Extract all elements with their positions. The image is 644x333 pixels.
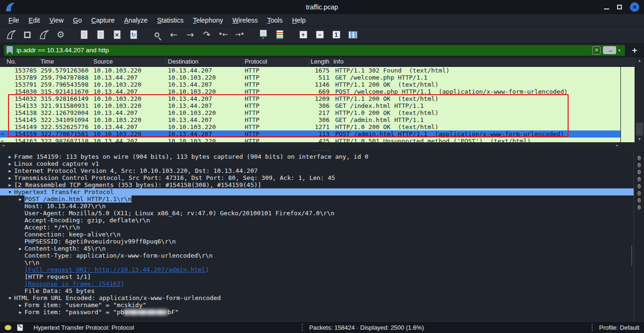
scroll-down-icon[interactable]: ▼ bbox=[635, 136, 644, 142]
packet-row-154145[interactable]: 154145322.34109109410.10.103.22010.13.44… bbox=[0, 116, 620, 123]
detail-line-20[interactable]: ▼HTML Form URL Encoded: application/x-ww… bbox=[0, 294, 634, 301]
close-button[interactable]: ✕ bbox=[630, 2, 639, 12]
collapse-arrow-icon[interactable]: ▶ bbox=[6, 176, 14, 180]
capture-comment-icon[interactable] bbox=[17, 324, 23, 331]
packet-row-154032[interactable]: 154032315.92816614910.10.103.22010.13.44… bbox=[0, 95, 620, 102]
scroll-right-icon[interactable]: ► bbox=[614, 142, 620, 148]
column-header-no[interactable]: No. bbox=[0, 57, 39, 66]
detail-line-1[interactable]: ▶Linux cooked capture v1 bbox=[0, 160, 634, 167]
menu-wireless[interactable]: Wireless bbox=[228, 15, 263, 25]
detail-line-2[interactable]: ▶Internet Protocol Version 4, Src: 10.10… bbox=[0, 167, 634, 174]
filter-bookmark-icon[interactable] bbox=[7, 46, 13, 54]
menu-tools[interactable]: Tools bbox=[263, 15, 288, 25]
menu-analyze[interactable]: Analyze bbox=[119, 15, 152, 25]
go-first-packet-icon[interactable]: •← bbox=[216, 28, 230, 41]
menu-view[interactable]: View bbox=[45, 15, 68, 25]
packet-list-vscrollbar[interactable]: ▲ ▼ bbox=[635, 57, 644, 142]
packet-row-154163[interactable]: ←154163322.98768711810.13.44.20710.10.10… bbox=[0, 138, 620, 142]
intelligent-scrollbar-minimap[interactable] bbox=[620, 67, 635, 142]
stop-capture-icon[interactable] bbox=[20, 28, 34, 41]
pane-splitter[interactable]: ······ bbox=[0, 148, 644, 152]
restart-capture-icon[interactable] bbox=[37, 28, 51, 41]
menu-help[interactable]: Help bbox=[287, 15, 310, 25]
open-file-icon[interactable] bbox=[77, 28, 91, 41]
detail-line-3[interactable]: ▶Transmission Control Protocol, Src Port… bbox=[0, 174, 634, 181]
collapse-arrow-icon[interactable]: ▶ bbox=[6, 169, 14, 173]
column-header-time[interactable]: Time bbox=[39, 57, 91, 66]
filter-expression[interactable]: ip.addr == 10.13.44.207 and http bbox=[17, 47, 592, 54]
detail-line-22[interactable]: ▶Form item: "password" = "pbbF" bbox=[0, 309, 634, 316]
filter-clear-icon[interactable]: ✕ bbox=[592, 46, 601, 55]
detail-line-5[interactable]: ▼Hypertext Transfer Protocol bbox=[0, 188, 634, 195]
column-header-source[interactable]: Source bbox=[91, 57, 166, 66]
close-file-icon[interactable]: × bbox=[110, 28, 124, 41]
scroll-up-icon[interactable]: ▲ bbox=[635, 57, 644, 64]
packet-row-153789[interactable]: 153789259.79478788810.13.44.20710.10.103… bbox=[0, 74, 620, 81]
detail-line-18[interactable]: [Response in frame: 154163] bbox=[0, 280, 634, 287]
detail-link[interactable]: [Full request URI: http://10.13.44.207/a… bbox=[25, 266, 209, 273]
packet-row-154030[interactable]: 154030315.92141167010.13.44.20710.10.103… bbox=[0, 88, 620, 95]
menu-go[interactable]: Go bbox=[68, 15, 87, 25]
detail-line-6[interactable]: ▶POST /admin.html HTTP/1.1\r\n bbox=[0, 195, 634, 203]
detail-line-0[interactable]: ▶Frame 154159: 113 bytes on wire (904 bi… bbox=[0, 153, 634, 160]
detail-line-4[interactable]: ▶[2 Reassembled TCP Segments (353 bytes)… bbox=[0, 181, 634, 188]
menu-statistics[interactable]: Statistics bbox=[152, 15, 188, 25]
reload-file-icon[interactable]: ↻ bbox=[126, 28, 140, 41]
maximize-button[interactable] bbox=[617, 5, 622, 9]
column-header-length[interactable]: Length bbox=[309, 57, 331, 66]
column-header-protocol[interactable]: Protocol bbox=[243, 57, 309, 66]
go-forward-icon[interactable]: → bbox=[183, 28, 197, 41]
display-filter-input[interactable]: ip.addr == 10.13.44.207 and http ✕ → ▾ bbox=[4, 45, 625, 56]
go-to-packet-icon[interactable]: ↷ bbox=[199, 28, 214, 41]
go-last-packet-icon[interactable]: →• bbox=[232, 28, 247, 41]
menu-edit[interactable]: Edit bbox=[24, 15, 45, 25]
collapse-arrow-icon[interactable]: ▶ bbox=[6, 162, 14, 166]
expand-arrow-icon[interactable]: ▼ bbox=[6, 190, 14, 195]
detail-line-17[interactable]: [HTTP request 1/1] bbox=[0, 273, 634, 280]
collapse-arrow-icon[interactable]: ▶ bbox=[16, 246, 25, 251]
detail-line-10[interactable]: Accept: */*\r\n bbox=[0, 224, 634, 231]
packet-row-153791[interactable]: 153791259.79654359810.10.103.22010.13.44… bbox=[0, 81, 620, 88]
detail-line-19[interactable]: File Data: 45 bytes bbox=[0, 287, 634, 294]
packet-row-154138[interactable]: 154138322.12679200410.13.44.20710.10.103… bbox=[0, 109, 620, 116]
column-header-info[interactable]: Info bbox=[331, 57, 635, 66]
detail-line-13[interactable]: ▶Content-Length: 45\r\n bbox=[0, 245, 634, 252]
coloring-rules-icon[interactable] bbox=[272, 28, 287, 41]
find-packet-icon[interactable] bbox=[150, 28, 164, 41]
packet-row-154149[interactable]: 154149322.55262577610.13.44.20710.10.103… bbox=[0, 123, 620, 130]
go-back-icon[interactable]: ← bbox=[166, 28, 181, 41]
zoom-out-icon[interactable]: − bbox=[313, 28, 327, 41]
expand-arrow-icon[interactable]: ▼ bbox=[6, 296, 14, 301]
resize-columns-icon[interactable] bbox=[346, 28, 360, 41]
detail-line-14[interactable]: Content-Type: application/x-www-form-url… bbox=[0, 252, 634, 259]
colorize-packets-icon[interactable]: ▼ bbox=[256, 28, 270, 41]
detail-line-11[interactable]: Connection: keep-alive\r\n bbox=[0, 231, 634, 238]
scroll-left-icon[interactable]: ◄ bbox=[0, 142, 6, 148]
filter-apply-icon[interactable]: → bbox=[603, 46, 616, 54]
collapse-arrow-icon[interactable]: ▶ bbox=[16, 197, 25, 202]
collapse-arrow-icon[interactable]: ▶ bbox=[16, 310, 25, 315]
packet-row-153785[interactable]: 153785259.57912636010.10.103.22010.13.44… bbox=[0, 67, 620, 74]
zoom-original-icon[interactable]: 1 bbox=[329, 28, 343, 41]
detail-line-8[interactable]: User-Agent: Mozilla/5.0 (X11; Linux x86_… bbox=[0, 210, 634, 217]
profile-text[interactable]: Profile: Default bbox=[599, 324, 639, 331]
collapse-arrow-icon[interactable]: ▶ bbox=[16, 303, 25, 308]
filter-add-button[interactable]: + bbox=[629, 45, 640, 56]
detail-line-7[interactable]: Host: 10.13.44.207\r\n bbox=[0, 203, 634, 210]
packet-row-154159[interactable]: →154159322.77067158110.10.103.22010.13.4… bbox=[0, 130, 620, 138]
menu-telephony[interactable]: Telephony bbox=[188, 15, 228, 25]
collapse-arrow-icon[interactable]: ▶ bbox=[6, 154, 14, 159]
collapse-arrow-icon[interactable]: ▶ bbox=[6, 183, 14, 187]
detail-line-15[interactable]: \r\n bbox=[0, 259, 634, 266]
capture-options-icon[interactable]: ⚙ bbox=[53, 28, 67, 41]
detail-line-16[interactable]: [Full request URI: http://10.13.44.207/a… bbox=[0, 266, 634, 273]
save-file-icon[interactable] bbox=[93, 28, 107, 41]
menu-capture[interactable]: Capture bbox=[87, 15, 120, 25]
minimize-button[interactable] bbox=[604, 8, 609, 9]
bytes-splitter-handle[interactable] bbox=[631, 246, 632, 266]
detail-link[interactable]: [Response in frame: 154163] bbox=[25, 280, 124, 287]
detail-line-21[interactable]: ▶Form item: "username" = "mcskidy" bbox=[0, 301, 634, 309]
column-header-destination[interactable]: Destination bbox=[166, 57, 243, 66]
vscroll-thumb[interactable] bbox=[636, 122, 643, 136]
filter-dropdown-icon[interactable]: ▾ bbox=[616, 48, 622, 53]
